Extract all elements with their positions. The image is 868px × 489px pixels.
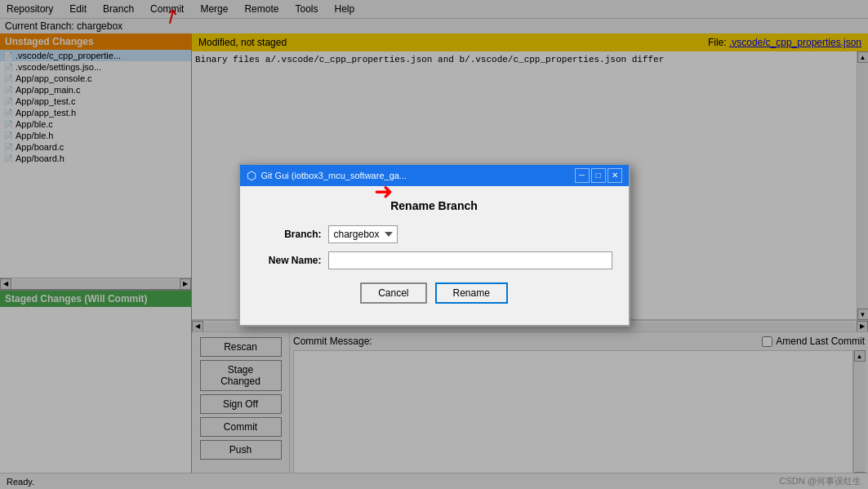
close-button[interactable]: ✕	[608, 168, 622, 183]
branch-label: Branch:	[256, 229, 322, 240]
branch-select-wrapper: chargebox	[328, 225, 612, 243]
new-name-label: New Name:	[256, 255, 322, 266]
branch-row: Branch: chargebox	[256, 225, 612, 243]
rename-branch-dialog: ⬡ Git Gui (iotbox3_mcu_software_ga... ─ …	[238, 163, 630, 327]
cancel-button[interactable]: Cancel	[360, 282, 426, 304]
modal-buttons: Cancel Rename	[256, 282, 612, 304]
new-name-input[interactable]	[328, 251, 612, 269]
new-name-row: New Name:	[256, 251, 612, 269]
modal-titlebar: ⬡ Git Gui (iotbox3_mcu_software_ga... ─ …	[240, 165, 629, 186]
git-icon: ⬡	[247, 169, 256, 182]
modal-overlay: ⬡ Git Gui (iotbox3_mcu_software_ga... ─ …	[0, 0, 868, 489]
branch-select[interactable]: chargebox	[328, 225, 398, 243]
minimize-button[interactable]: ─	[575, 168, 590, 183]
red-arrow-dialog-icon: ➜	[374, 178, 393, 205]
modal-controls: ─ □ ✕	[575, 168, 622, 183]
maximize-button[interactable]: □	[591, 168, 606, 183]
modal-content: Rename Branch Branch: chargebox New Name…	[240, 186, 629, 317]
modal-heading: Rename Branch	[256, 199, 612, 212]
rename-button[interactable]: Rename	[435, 282, 508, 304]
